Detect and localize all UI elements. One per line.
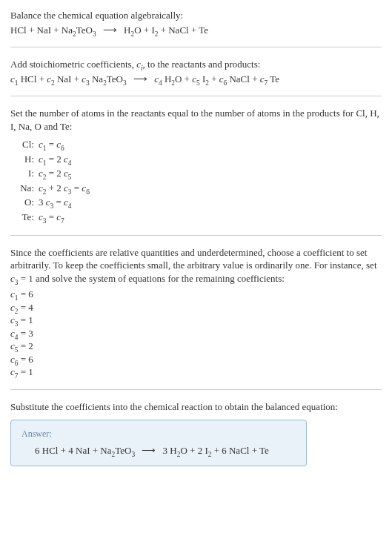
v: = 6 [18, 354, 33, 365]
t: + [36, 73, 47, 85]
atom-eq: c1 = 2 c4 [37, 152, 94, 167]
sub: 6 [86, 188, 90, 196]
atom-eq: c2 = 2 c5 [37, 166, 94, 181]
t: + [90, 445, 101, 456]
eq-rhs: H2O + I2 + NaCl + Te [124, 24, 208, 36]
sub: 6 [61, 145, 64, 152]
balance-intro-text: Balance the chemical equation algebraica… [10, 9, 382, 22]
table-row: H: c1 = 2 c4 [13, 152, 94, 167]
t: + [51, 24, 62, 36]
element-label: I: [13, 166, 37, 181]
t: Na [100, 445, 111, 456]
t: 4 NaI [68, 445, 90, 456]
sub: 4 [68, 202, 72, 210]
element-label: Te: [13, 210, 37, 225]
t: O [134, 24, 141, 36]
stoich-intro: Add stoichiometric coefficients, ci, to … [10, 58, 382, 71]
t: + [158, 24, 168, 36]
atom-eq: c3 = c7 [37, 210, 94, 225]
t: NaCl [168, 24, 188, 36]
t: NaI [55, 73, 72, 85]
unbalanced-equation: HCl + NaI + Na2TeO3 ⟶ H2O + I2 + NaCl + … [10, 24, 382, 37]
t: , to the reactants and products: [143, 59, 261, 70]
atom-eq: c1 = c6 [37, 137, 94, 152]
v: = 1 [18, 366, 33, 377]
t: + [187, 445, 198, 456]
sub: 3 [123, 79, 127, 86]
t: + [249, 445, 259, 456]
t: + [189, 24, 199, 36]
t: + [58, 445, 68, 456]
t: O [175, 73, 182, 85]
balanced-equation: 6 HCl + 4 NaI + Na2TeO3 ⟶ 3 H2O + 2 I2 +… [21, 444, 296, 457]
t: + [71, 73, 82, 85]
table-row: Te: c3 = c7 [13, 210, 94, 225]
divider [10, 389, 382, 390]
t: NaCl [227, 73, 250, 85]
t: + [209, 73, 219, 85]
n: 3 [39, 196, 46, 208]
t: 3 H [163, 445, 177, 456]
n: 2 [56, 168, 64, 179]
t: O [180, 445, 187, 456]
sub: 3 [93, 30, 96, 37]
balance-intro: Balance the chemical equation algebraica… [10, 9, 382, 36]
t: Na [62, 24, 73, 36]
t: 6 HCl [35, 445, 58, 456]
final-section: Substitute the coefficients into the che… [10, 400, 382, 466]
t: Na [90, 73, 103, 85]
element-label: Cl: [13, 137, 37, 152]
divider [10, 47, 382, 47]
coeff-row: c2 = 4 [10, 301, 382, 314]
t: Te [268, 73, 279, 85]
t: Add stoichiometric coefficients, [10, 59, 136, 70]
coeff-list: c1 = 6 c2 = 4 c3 = 1 c4 = 3 c5 = 2 c6 = … [10, 288, 382, 379]
arrow-icon: ⟶ [129, 73, 152, 86]
atoms-section: Set the number of atoms in the reactants… [10, 107, 382, 224]
atoms-intro: Set the number of atoms in the reactants… [10, 107, 382, 133]
answer-box: Answer: 6 HCl + 4 NaI + Na2TeO3 ⟶ 3 H2O … [10, 420, 307, 467]
atoms-table: Cl: c1 = c6 H: c1 = 2 c4 I: c2 = 2 c5 Na… [13, 137, 94, 224]
divider [10, 235, 382, 236]
final-intro: Substitute the coefficients into the che… [10, 400, 382, 414]
t: TeO [115, 445, 131, 456]
answer-label: Answer: [21, 428, 296, 440]
stoich-section: Add stoichiometric coefficients, ci, to … [10, 58, 382, 85]
t: HCl [18, 73, 36, 85]
solve-section: Since the coefficients are relative quan… [10, 246, 382, 379]
coeff-row: c5 = 2 [10, 340, 382, 353]
eq: = [46, 153, 56, 165]
table-row: Na: c2 + 2 c3 = c6 [13, 181, 94, 196]
eq: = [46, 168, 56, 179]
t: TeO [107, 73, 123, 85]
atom-eq: 3 c3 = c4 [37, 195, 94, 210]
eq-lhs: HCl + NaI + Na2TeO3 [10, 24, 99, 36]
t: + [142, 24, 152, 36]
v: = 6 [18, 288, 33, 300]
t: Te [259, 445, 269, 456]
t: + [27, 24, 37, 36]
t: 2 I [198, 445, 208, 456]
v: = 3 [18, 328, 33, 339]
t: TeO [76, 24, 93, 36]
sub: 7 [61, 217, 64, 225]
eq: = [46, 211, 56, 222]
element-label: Na: [13, 181, 37, 196]
t: HCl [10, 24, 27, 36]
solve-intro: Since the coefficients are relative quan… [10, 246, 382, 285]
coeff-row: c7 = 1 [10, 366, 382, 379]
element-label: O: [13, 195, 37, 210]
eq: = [46, 139, 56, 150]
v: = 2 [18, 340, 33, 351]
sub: 3 [131, 450, 135, 457]
t: Te [199, 24, 208, 36]
v: = 4 [18, 302, 33, 313]
t: H [162, 73, 172, 85]
atom-eq: c2 + 2 c3 = c6 [37, 181, 94, 196]
t: + [250, 73, 260, 85]
arrow-icon: ⟶ [137, 444, 160, 457]
v: = 1 [18, 314, 33, 325]
coeff-row: c3 = 1 [10, 314, 382, 327]
coeff-row: c4 = 3 [10, 327, 382, 340]
t: = 1 and solve the system of equations fo… [18, 273, 284, 284]
